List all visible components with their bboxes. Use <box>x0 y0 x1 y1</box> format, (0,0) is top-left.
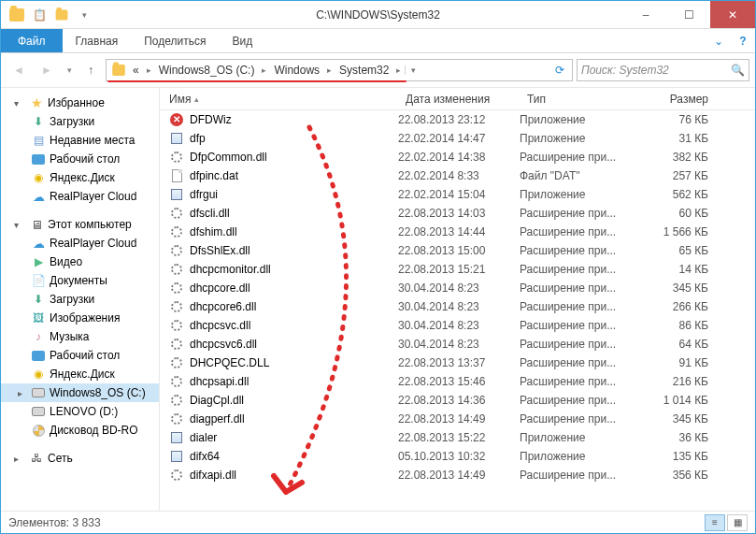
file-name: diagperf.dll <box>190 412 245 426</box>
file-row[interactable]: dfshim.dll22.08.2013 14:44Расширение при… <box>160 223 755 241</box>
up-button[interactable]: ↑ <box>79 59 102 81</box>
qat-props-icon[interactable]: 📋 <box>29 5 50 25</box>
sidebar-item[interactable]: ☁RealPlayer Cloud <box>1 234 159 253</box>
sidebar-item[interactable]: 🖼Изображения <box>1 309 159 327</box>
thispc-header[interactable]: ▾ 🖥 Этот компьютер <box>1 215 159 234</box>
maximize-button[interactable]: ☐ <box>667 1 710 28</box>
column-name[interactable]: Имя▴ <box>160 93 398 106</box>
breadcrumb-seg-windows[interactable]: Windows <box>270 64 323 77</box>
recent-dropdown-icon[interactable]: ▾ <box>63 58 76 82</box>
file-row[interactable]: dfpinc.dat22.02.2014 8:33Файл "DAT"257 К… <box>160 166 755 185</box>
sidebar-item-recent[interactable]: ▤Недавние места <box>1 131 159 150</box>
sidebar-item-yandex[interactable]: ◉Яндекс.Диск <box>1 168 159 187</box>
file-size: 216 КБ <box>641 375 716 388</box>
back-button[interactable]: ◄ <box>7 58 31 82</box>
close-button[interactable]: ✕ <box>710 1 755 28</box>
expand-icon[interactable]: ▸ <box>18 388 22 398</box>
file-size: 562 КБ <box>641 188 716 201</box>
file-row[interactable]: difx6405.10.2013 10:32Приложение135 КБ <box>160 447 755 466</box>
sidebar-item-desktop[interactable]: Рабочий стол <box>1 150 159 168</box>
details-view-button[interactable]: ≡ <box>705 514 725 531</box>
file-row[interactable]: dfp22.02.2014 14:47Приложение31 КБ <box>160 129 755 148</box>
file-date: 22.08.2013 15:46 <box>398 375 520 388</box>
collapse-icon[interactable]: ▾ <box>14 220 25 230</box>
file-row[interactable]: dhcpcore.dll30.04.2014 8:23Расширение пр… <box>160 279 755 297</box>
sidebar-item-realplayer[interactable]: ☁RealPlayer Cloud <box>1 187 159 206</box>
breadcrumb-seg-system32[interactable]: System32 <box>335 64 392 77</box>
sidebar-item[interactable]: LENOVO (D:) <box>1 402 159 421</box>
sidebar-item[interactable]: Дисковод BD-RO <box>1 421 159 440</box>
qat-dropdown-icon[interactable]: ▾ <box>74 5 94 25</box>
network-header[interactable]: ▸ 🖧 Сеть <box>1 449 159 468</box>
collapse-icon[interactable]: ▾ <box>14 98 25 108</box>
file-date: 22.02.2014 14:47 <box>398 132 520 145</box>
file-row[interactable]: DHCPQEC.DLL22.08.2013 13:37Расширение пр… <box>160 354 755 372</box>
refresh-icon[interactable]: ⟳ <box>549 64 570 77</box>
file-row[interactable]: dialer22.08.2013 15:22Приложение36 КБ <box>160 428 755 447</box>
search-input[interactable]: Поиск: System32 🔍 <box>577 59 749 81</box>
file-icon <box>169 449 184 464</box>
sidebar-item[interactable]: Рабочий стол <box>1 346 159 365</box>
file-row[interactable]: diagperf.dll22.08.2013 14:49Расширение п… <box>160 410 755 428</box>
search-icon[interactable]: 🔍 <box>731 64 745 77</box>
sidebar-item[interactable]: 📄Документы <box>1 271 159 290</box>
history-dropdown-icon[interactable]: ▾ <box>405 65 421 75</box>
file-row[interactable]: dfrgui22.02.2014 15:04Приложение562 КБ <box>160 185 755 204</box>
column-date[interactable]: Дата изменения <box>398 93 520 106</box>
file-icon <box>169 411 184 426</box>
column-type[interactable]: Тип <box>520 93 641 106</box>
status-count: Элементов: 3 833 <box>8 516 101 529</box>
file-name: dfp <box>190 132 206 145</box>
file-row[interactable]: dhcpsapi.dll22.08.2013 15:46Расширение п… <box>160 372 755 391</box>
file-row[interactable]: DfsShlEx.dll22.08.2013 15:00Расширение п… <box>160 241 755 260</box>
chevron-right-icon[interactable]: ▸ <box>392 65 405 75</box>
disc-icon <box>31 423 46 438</box>
file-row[interactable]: dfscli.dll22.08.2013 14:03Расширение при… <box>160 204 755 223</box>
chevron-right-icon[interactable]: ▸ <box>143 65 155 75</box>
file-row[interactable]: dhcpcore6.dll30.04.2014 8:23Расширение п… <box>160 297 755 316</box>
file-row[interactable]: ✕DFDWiz22.08.2013 23:12Приложение76 КБ <box>160 110 755 129</box>
breadcrumb[interactable]: « ▸ Windows8_OS (C:) ▸ Windows ▸ System3… <box>106 59 573 81</box>
favorites-header[interactable]: ▾ ★ Избранное <box>1 94 159 112</box>
file-type: Расширение при... <box>520 207 641 220</box>
forward-button[interactable]: ► <box>35 58 59 82</box>
icons-view-button[interactable]: ▦ <box>727 514 748 531</box>
file-row[interactable]: difxapi.dll22.08.2013 14:49Расширение пр… <box>160 466 755 484</box>
minimize-button[interactable]: – <box>624 1 667 28</box>
breadcrumb-seg-drive[interactable]: Windows8_OS (C:) <box>155 64 259 77</box>
file-name: dhcpcore6.dll <box>190 300 256 313</box>
sidebar-item[interactable]: ▶Видео <box>1 253 159 271</box>
help-icon[interactable]: ? <box>731 29 755 52</box>
breadcrumb-overflow[interactable]: « <box>129 64 143 77</box>
file-row[interactable]: dhcpcsvc.dll30.04.2014 8:23Расширение пр… <box>160 316 755 335</box>
file-icon <box>169 281 184 296</box>
chevron-right-icon[interactable]: ▸ <box>258 65 270 75</box>
file-list[interactable]: ✕DFDWiz22.08.2013 23:12Приложение76 КБdf… <box>160 110 755 511</box>
sidebar-item[interactable]: ◉Яндекс.Диск <box>1 365 159 383</box>
file-name: difxapi.dll <box>190 469 236 482</box>
file-row[interactable]: dhcpcsvc6.dll30.04.2014 8:23Расширение п… <box>160 335 755 354</box>
file-date: 22.08.2013 14:49 <box>398 469 520 482</box>
sidebar-item[interactable]: ♪Музыка <box>1 327 159 346</box>
file-name: DFDWiz <box>190 113 232 126</box>
file-type: Расширение при... <box>520 151 641 164</box>
tab-share[interactable]: Поделиться <box>131 29 219 52</box>
file-type: Расширение при... <box>520 300 641 313</box>
tab-view[interactable]: Вид <box>219 29 265 52</box>
sidebar-item-cdrive[interactable]: ▸Windows8_OS (C:) <box>1 383 159 402</box>
ribbon-expand-icon[interactable]: ⌄ <box>706 29 731 52</box>
tab-home[interactable]: Главная <box>63 29 132 52</box>
expand-icon[interactable]: ▸ <box>14 454 25 464</box>
sidebar-item[interactable]: ⬇Загрузки <box>1 290 159 309</box>
sidebar-item-downloads[interactable]: ⬇Загрузки <box>1 112 159 131</box>
file-tab[interactable]: Файл <box>1 29 63 52</box>
column-size[interactable]: Размер <box>641 93 716 106</box>
quick-access-toolbar: 📋 ▾ <box>1 5 94 25</box>
file-date: 30.04.2014 8:23 <box>398 300 520 313</box>
ribbon-tabs: Файл Главная Поделиться Вид ⌄ ? <box>1 29 755 53</box>
chevron-right-icon[interactable]: ▸ <box>323 65 335 75</box>
qat-newfolder-icon[interactable] <box>51 5 72 25</box>
file-row[interactable]: dhcpcmonitor.dll22.08.2013 15:21Расширен… <box>160 260 755 279</box>
file-row[interactable]: DfpCommon.dll22.02.2014 14:38Расширение … <box>160 148 755 166</box>
file-row[interactable]: DiagCpl.dll22.08.2013 14:36Расширение пр… <box>160 391 755 410</box>
